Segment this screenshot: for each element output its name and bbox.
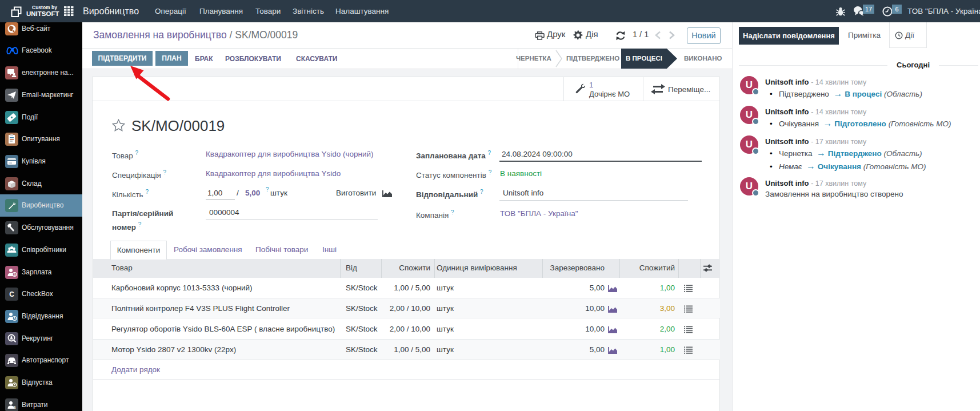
svg-text:$: $ (13, 405, 16, 410)
svg-text:$: $ (14, 272, 16, 276)
svg-text:C: C (9, 290, 14, 298)
